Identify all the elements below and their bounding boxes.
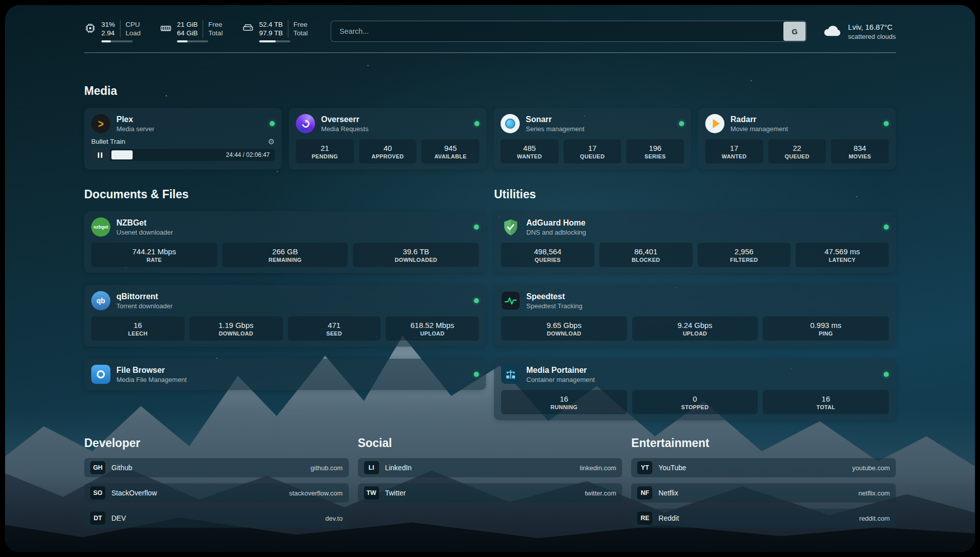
stat-wanted: 17WANTED	[705, 139, 763, 163]
developer-bookmarks: GH Github github.com SO StackOverflow st…	[84, 458, 349, 528]
search-engine-button[interactable]: G	[783, 22, 806, 41]
player-track[interactable]	[111, 149, 219, 161]
radarr-card[interactable]: Radarr Movie management 17WANTED 22QUEUE…	[698, 108, 896, 170]
memory-label-top: Free	[208, 20, 223, 29]
media-section-title: Media	[84, 84, 896, 98]
stat-upload: 9.24 GbpsUPLOAD	[632, 316, 758, 341]
cpu-icon	[84, 22, 96, 34]
overseerr-icon	[296, 114, 315, 133]
bookmark-youtube[interactable]: YT YouTube youtube.com	[631, 458, 896, 477]
social-section: Social LI LinkedIn linkedin.com TW Twitt…	[358, 436, 623, 528]
app-description: Media Requests	[321, 125, 369, 133]
speedtest-icon	[501, 291, 520, 310]
bookmark-name: LinkedIn	[385, 464, 412, 472]
bookmark-abbr: NF	[637, 486, 652, 499]
weather-condition: scattered clouds	[848, 33, 896, 40]
stat-movies: 834MOVIES	[831, 139, 889, 163]
dashboard-content: 31% 2.94 CPU Load	[84, 5, 896, 528]
qbittorrent-card[interactable]: qb qBittorrent Torrent downloader 16LEEC…	[84, 285, 486, 347]
app-stats: 17WANTED 22QUEUED 834MOVIES	[705, 139, 889, 163]
stat-filtered: 2,956FILTERED	[698, 243, 791, 267]
bookmark-linkedin[interactable]: LI LinkedIn linkedin.com	[358, 458, 623, 477]
portainer-card[interactable]: Media Portainer Container management 16R…	[494, 359, 896, 420]
disk-total: 97.9 TB	[259, 29, 283, 37]
app-stats: 16LEECH 1.19 GbpsDOWNLOAD 471SEED 618.52…	[91, 316, 479, 341]
bookmark-name: YouTube	[658, 464, 686, 472]
status-dot-online	[884, 121, 889, 126]
bookmark-url: stackoverflow.com	[289, 489, 342, 497]
bookmark-name: Reddit	[658, 514, 679, 522]
app-name: Media Portainer	[526, 366, 595, 375]
search-input[interactable]	[331, 21, 807, 42]
bookmark-stackoverflow[interactable]: SO StackOverflow stackoverflow.com	[84, 483, 349, 503]
plex-icon: >	[91, 114, 110, 133]
pause-button[interactable]	[91, 149, 109, 161]
stat-queued: 22QUEUED	[768, 139, 826, 163]
app-header: nzbget NZBGet Usenet downloader	[91, 217, 479, 237]
memory-label-bottom: Total	[208, 29, 223, 37]
app-name: File Browser	[116, 366, 187, 375]
app-header: Overseerr Media Requests	[296, 114, 479, 133]
player-progress-bar[interactable]: 24:44 / 02:06:47	[91, 149, 275, 161]
player-progress-fill	[111, 150, 133, 159]
bookmark-twitter[interactable]: TW Twitter twitter.com	[358, 483, 623, 503]
documents-section: Documents & Files nzbget NZBGet Usenet d…	[84, 188, 486, 420]
bookmark-name: Twitter	[385, 489, 406, 497]
disk-label-top: Free	[293, 20, 308, 29]
memory-free: 21 GiB	[177, 20, 198, 29]
search-bar: G	[331, 21, 807, 42]
bookmark-name: DEV	[111, 514, 126, 522]
memory-total: 64 GiB	[177, 29, 198, 37]
player-settings-icon[interactable]: ⚙	[268, 138, 275, 145]
app-stats: 16RUNNING 0STOPPED 16TOTAL	[501, 390, 889, 414]
bookmark-dev[interactable]: DT DEV dev.to	[84, 509, 349, 528]
app-header: qb qBittorrent Torrent downloader	[91, 291, 479, 310]
memory-icon	[160, 22, 172, 34]
bookmark-url: netflix.com	[859, 489, 890, 497]
stat-download: 9.65 GbpsDOWNLOAD	[501, 316, 627, 341]
app-name: Speedtest	[526, 292, 582, 301]
social-section-title: Social	[358, 436, 623, 450]
disk-widget: 52.4 TB 97.9 TB Free Total	[242, 20, 308, 42]
app-header: > Plex Media server	[91, 114, 275, 133]
stat-available: 945AVAILABLE	[421, 139, 479, 163]
nzbget-icon: nzbget	[91, 217, 110, 237]
bookmark-url: dev.to	[325, 515, 342, 522]
stat-blocked: 86,401BLOCKED	[599, 243, 693, 267]
bookmark-name: Netflix	[658, 489, 678, 497]
app-header: File Browser Media File Management	[91, 365, 479, 384]
app-name: NZBGet	[116, 218, 173, 228]
bookmark-netflix[interactable]: NF Netflix netflix.com	[631, 483, 896, 503]
social-bookmarks: LI LinkedIn linkedin.com TW Twitter twit…	[358, 458, 623, 503]
stat-latency: 47.569 msLATENCY	[795, 243, 889, 267]
cpu-load: 2.94	[101, 29, 115, 37]
bookmark-url: twitter.com	[585, 489, 616, 497]
app-header: Radarr Movie management	[705, 114, 889, 133]
memory-usage-bar	[177, 40, 208, 42]
speedtest-card[interactable]: Speedtest Speedtest Tracking 9.65 GbpsDO…	[494, 285, 896, 347]
adguard-card[interactable]: AdGuard Home DNS and adblocking 498,564Q…	[494, 211, 896, 273]
status-dot-online	[474, 121, 479, 126]
utilities-section-title: Utilities	[494, 188, 896, 201]
plex-card[interactable]: > Plex Media server Bullet Train ⚙	[84, 108, 282, 170]
status-dot-online	[270, 121, 275, 126]
bookmark-github[interactable]: GH Github github.com	[84, 458, 349, 477]
app-name: qBittorrent	[116, 292, 172, 301]
stat-approved: 40APPROVED	[359, 139, 417, 163]
overseerr-card[interactable]: Overseerr Media Requests 21PENDING 40APP…	[289, 108, 486, 170]
stat-running: 16RUNNING	[501, 390, 627, 414]
app-name: Overseerr	[321, 115, 369, 124]
app-name: AdGuard Home	[526, 218, 586, 228]
bookmark-abbr: DT	[90, 512, 105, 525]
bookmark-url: reddit.com	[859, 515, 890, 522]
stat-series: 196SERIES	[626, 139, 684, 163]
app-header: Speedtest Speedtest Tracking	[501, 291, 889, 310]
media-section: Media > Plex Media server Bullet Train ⚙	[84, 84, 896, 170]
nzbget-card[interactable]: nzbget NZBGet Usenet downloader 744.21 M…	[84, 211, 486, 273]
radarr-icon	[705, 114, 724, 133]
stat-seed: 471SEED	[288, 316, 381, 341]
status-dot-online	[474, 225, 479, 230]
bookmark-reddit[interactable]: RE Reddit reddit.com	[631, 509, 896, 528]
filebrowser-card[interactable]: File Browser Media File Management	[84, 359, 486, 390]
sonarr-card[interactable]: Sonarr Series management 485WANTED 17QUE…	[494, 108, 691, 170]
